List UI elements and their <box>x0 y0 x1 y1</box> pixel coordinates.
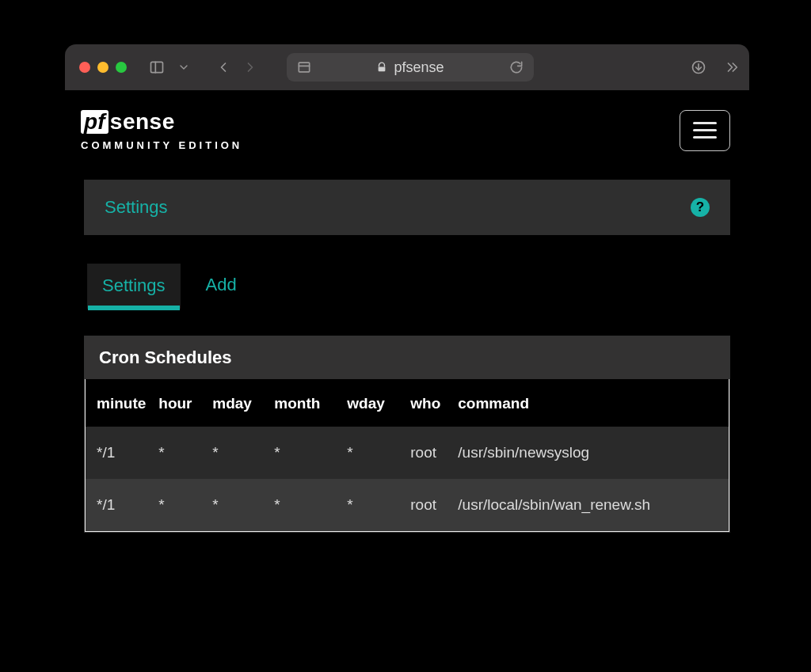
address-bar[interactable]: pfsense <box>287 53 534 82</box>
cell-wday: * <box>341 427 404 479</box>
svg-rect-2 <box>299 63 309 72</box>
reload-icon[interactable] <box>508 59 524 75</box>
cron-table-title: Cron Schedules <box>85 336 729 379</box>
menu-toggle-button[interactable] <box>680 110 730 151</box>
window-zoom-icon[interactable] <box>116 62 127 73</box>
browser-toolbar: pfsense <box>65 44 749 90</box>
cell-hour: * <box>152 479 206 531</box>
app-header: pf sense COMMUNITY EDITION <box>65 90 749 156</box>
nav-back-icon[interactable] <box>214 58 233 77</box>
svg-rect-0 <box>151 62 163 72</box>
logo-box: pf <box>81 110 109 134</box>
address-bar-site: pfsense <box>312 59 508 76</box>
cell-hour: * <box>152 427 206 479</box>
window-close-icon[interactable] <box>79 62 90 73</box>
downloads-icon[interactable] <box>691 59 706 75</box>
header-minute: minute <box>86 379 152 427</box>
header-month: month <box>268 379 341 427</box>
header-who: who <box>404 379 451 427</box>
header-wday: wday <box>341 379 404 427</box>
tab-settings[interactable]: Settings <box>87 264 181 309</box>
header-mday: mday <box>206 379 268 427</box>
table-row[interactable]: */1****root/usr/local/sbin/wan_renew.sh <box>86 479 729 531</box>
logo-word: sense <box>110 109 175 135</box>
cell-who: root <box>404 427 451 479</box>
tab-add[interactable]: Add <box>203 264 240 309</box>
help-icon[interactable]: ? <box>691 198 710 217</box>
cell-who: root <box>404 479 451 531</box>
browser-window: pfsense pf sense COMMUNITY EDI <box>65 44 749 573</box>
pfsense-logo[interactable]: pf sense COMMUNITY EDITION <box>81 109 242 151</box>
cell-mday: * <box>206 479 268 531</box>
tab-dropdown-icon[interactable] <box>174 58 193 77</box>
page-heading-panel: Settings ? <box>84 180 730 235</box>
cron-table-header-row: minute hour mday month wday who command <box>86 379 729 427</box>
cell-command: /usr/sbin/newsyslog <box>451 427 729 479</box>
cell-month: * <box>268 479 341 531</box>
lock-icon <box>376 62 387 73</box>
address-bar-host: pfsense <box>394 59 444 76</box>
svg-rect-4 <box>379 66 386 71</box>
cron-table: minute hour mday month wday who command … <box>86 379 729 531</box>
nav-forward-icon[interactable] <box>241 58 260 77</box>
logo-subtitle: COMMUNITY EDITION <box>81 139 242 151</box>
window-controls <box>79 62 127 73</box>
page-content: pf sense COMMUNITY EDITION Settings ? Se… <box>65 90 749 573</box>
header-hour: hour <box>152 379 206 427</box>
tab-bar: Settings Add <box>84 264 730 309</box>
cell-wday: * <box>341 479 404 531</box>
settings-heading-link[interactable]: Settings <box>105 197 168 218</box>
cell-mday: * <box>206 427 268 479</box>
overflow-icon[interactable] <box>722 59 738 75</box>
cron-table-card: Cron Schedules minute hour mday month wd… <box>84 336 730 533</box>
window-minimize-icon[interactable] <box>97 62 109 73</box>
cell-command: /usr/local/sbin/wan_renew.sh <box>451 479 729 531</box>
header-command: command <box>451 379 729 427</box>
table-row[interactable]: */1****root/usr/sbin/newsyslog <box>86 427 729 479</box>
sidebar-toggle-icon[interactable] <box>147 58 166 77</box>
cell-minute: */1 <box>86 479 152 531</box>
cell-month: * <box>268 427 341 479</box>
reader-mode-icon[interactable] <box>296 59 312 75</box>
cell-minute: */1 <box>86 427 152 479</box>
